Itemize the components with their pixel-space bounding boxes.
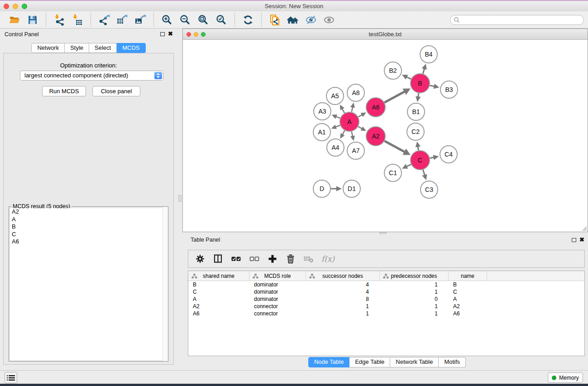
edge-arrowhead-icon — [332, 114, 337, 119]
result-list-scrollbar[interactable] — [163, 207, 168, 361]
graph-edge-A-A2[interactable] — [358, 127, 362, 129]
delete-column-icon[interactable] — [285, 253, 296, 264]
graph-edge-A-A8[interactable] — [352, 107, 353, 112]
show-graphics-details-icon[interactable] — [323, 14, 335, 26]
graph-edge-A-A7[interactable] — [352, 131, 353, 136]
minimize-traffic-light[interactable] — [194, 32, 198, 37]
table-cell: 4 — [306, 281, 380, 288]
graph-node-label: D — [320, 185, 324, 192]
graph-edge-B-B4[interactable] — [423, 69, 424, 74]
export-table-icon[interactable] — [116, 14, 128, 26]
function-builder-icon[interactable]: f(x) — [321, 254, 335, 263]
export-network-icon[interactable] — [98, 14, 110, 26]
hierarchy-icon — [253, 273, 258, 279]
table-panel: Table Panel ✖ — [186, 234, 588, 369]
mcds-result-item[interactable]: A — [10, 216, 167, 224]
memory-label: Memory — [559, 375, 578, 381]
mcds-result-item[interactable]: C — [10, 231, 167, 238]
tab-style[interactable]: Style — [65, 43, 89, 53]
import-network-icon[interactable] — [53, 14, 65, 26]
new-network-from-selection-icon[interactable] — [269, 14, 281, 26]
table-row[interactable]: Bdominator41B — [188, 281, 584, 288]
refresh-view-icon[interactable] — [242, 14, 254, 26]
close-panel-icon[interactable]: ✖ — [168, 31, 173, 37]
close-traffic-light[interactable] — [4, 4, 9, 9]
save-session-icon[interactable] — [27, 14, 38, 26]
minimize-traffic-light[interactable] — [13, 4, 18, 9]
column-header-name[interactable]: name — [449, 271, 487, 281]
zoom-out-icon[interactable] — [179, 14, 191, 26]
tab-edge-table[interactable]: Edge Table — [349, 357, 390, 367]
deselect-all-checkboxes-icon[interactable] — [249, 253, 260, 264]
hierarchy-icon — [191, 273, 197, 279]
import-table-icon[interactable] — [72, 14, 83, 26]
mcds-result-item[interactable]: A2 — [10, 208, 167, 216]
float-panel-icon[interactable] — [572, 238, 576, 242]
graph-edge-B-B1[interactable] — [418, 93, 419, 97]
run-mcds-button[interactable]: Run MCDS — [42, 86, 86, 96]
column-header-MCDS-role[interactable]: MCDS role — [249, 271, 306, 281]
graph-edge-A-A5[interactable] — [342, 109, 344, 113]
export-image-icon[interactable] — [134, 14, 146, 26]
table-cell: 1 — [306, 310, 380, 317]
mcds-result-item[interactable]: A6 — [10, 238, 167, 246]
search-box — [450, 15, 584, 25]
tab-network[interactable]: Network — [31, 43, 65, 53]
tab-motifs[interactable]: Motifs — [439, 357, 466, 367]
close-traffic-light[interactable] — [186, 32, 191, 37]
column-header-predecessor-nodes[interactable]: predecessor nodes — [380, 271, 449, 281]
table-row[interactable]: Adominator80A — [188, 295, 584, 303]
close-panel-icon[interactable]: ✖ — [579, 237, 584, 243]
graph-edge-A2-C[interactable] — [384, 141, 405, 152]
graph-edge-C-C1[interactable] — [406, 164, 411, 167]
table-row[interactable]: A2connector11A2 — [188, 303, 584, 310]
zoom-in-icon[interactable] — [161, 14, 173, 26]
zoom-selected-icon[interactable] — [215, 14, 227, 26]
delete-table-icon[interactable] — [303, 253, 314, 264]
tab-node-table[interactable]: Node Table — [308, 357, 350, 367]
graph-edge-A-A1[interactable] — [335, 125, 340, 127]
table-row[interactable]: A6connector11A6 — [188, 310, 584, 317]
graph-edge-A-A4[interactable] — [342, 130, 344, 134]
graph-edge-A-A3[interactable] — [336, 117, 340, 119]
mcds-result-item[interactable]: B — [10, 223, 167, 231]
close-panel-button[interactable]: Close panel — [92, 86, 140, 96]
column-header-successor-nodes[interactable]: successor nodes — [306, 271, 380, 281]
graph-edge-C-C3[interactable] — [423, 170, 425, 175]
network-graph[interactable]: B4B2BB3A5A8A6A3B1AA1C2A2A4A7C4CC1C3DD1 — [183, 40, 588, 232]
search-input[interactable] — [460, 17, 583, 23]
open-session-icon[interactable] — [9, 14, 20, 26]
float-panel-icon[interactable] — [160, 32, 165, 36]
home-icon[interactable] — [287, 14, 299, 26]
hide-graphics-details-icon[interactable] — [305, 14, 317, 26]
graph-edge-C-C2[interactable] — [418, 147, 418, 151]
network-window-titlebar: testGlobe.txt — [183, 29, 588, 40]
tab-mcds[interactable]: MCDS — [117, 43, 145, 53]
table-row[interactable]: Cdominator41C — [188, 288, 584, 295]
show-columns-icon[interactable] — [213, 253, 224, 264]
vertical-splitter-handle[interactable] — [178, 195, 182, 202]
tab-network-table[interactable]: Network Table — [390, 357, 439, 367]
graph-edge-C-C4[interactable] — [430, 157, 434, 158]
graph-node-label: A8 — [352, 89, 359, 96]
zoom-traffic-light[interactable] — [22, 4, 27, 9]
graph-edge-B-B2[interactable] — [406, 77, 411, 79]
zoom-fit-icon[interactable] — [197, 14, 209, 26]
graph-edge-A6-B[interactable] — [384, 91, 405, 102]
zoom-traffic-light[interactable] — [201, 32, 206, 37]
graph-edge-A-A6[interactable] — [358, 115, 362, 117]
memory-button[interactable]: Memory — [548, 372, 583, 383]
optimization-criterion-select[interactable]: largest connected component (directed) — [20, 71, 163, 81]
graph-edge-B-B3[interactable] — [430, 86, 434, 86]
resize-grip-icon[interactable] — [581, 225, 587, 231]
table-options-gear-icon[interactable] — [195, 253, 206, 264]
tab-select[interactable]: Select — [89, 43, 117, 53]
add-column-icon[interactable] — [267, 253, 278, 264]
select-all-checkboxes-icon[interactable] — [231, 253, 242, 264]
hierarchy-icon — [383, 273, 389, 279]
hierarchy-icon — [309, 273, 315, 279]
column-header-shared-name[interactable]: shared name — [188, 271, 249, 281]
selected-criterion: largest connected component (directed) — [24, 72, 128, 79]
optimization-criterion-label: Optimization criterion: — [4, 62, 173, 69]
show-tasks-button[interactable] — [5, 372, 17, 383]
